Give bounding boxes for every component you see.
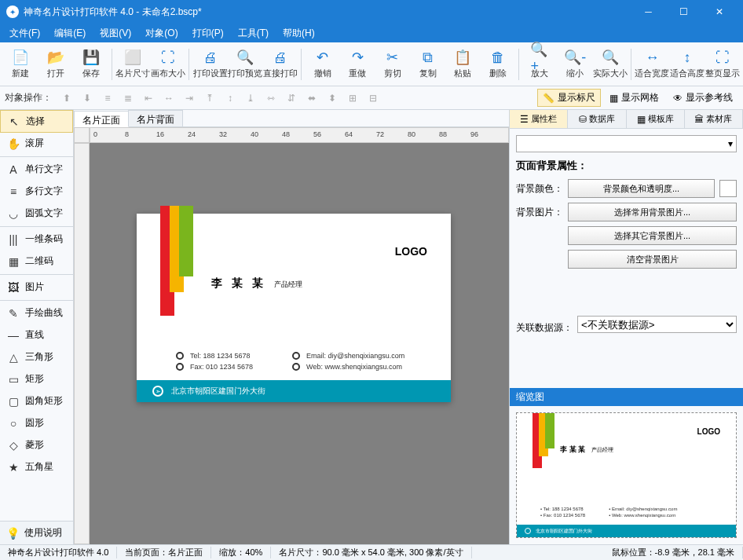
contact-row[interactable]: Email: diy@shenqixiangsu.com — [292, 352, 404, 360]
tool-一维条码[interactable]: |||一维条码 — [0, 229, 73, 251]
menu-item[interactable]: 文件(F) — [3, 25, 46, 42]
minimize-button[interactable]: ─ — [631, 0, 666, 24]
align-mid-icon[interactable]: ↕ — [221, 90, 239, 107]
align-left-icon[interactable]: ⇤ — [140, 90, 157, 107]
layer-icon2[interactable]: ≣ — [119, 90, 137, 107]
same-w-icon[interactable]: ⬌ — [303, 90, 320, 107]
toolbar-重做[interactable]: ↷重做 — [340, 42, 375, 86]
bgimg-clear-button[interactable]: 清空背景图片 — [568, 250, 737, 269]
maximize-button[interactable]: ☐ — [666, 0, 701, 24]
tool-滚屏[interactable]: ✋滚屏 — [0, 133, 73, 155]
toggle-显示网格[interactable]: ▦显示网格 — [604, 89, 664, 107]
tab-名片正面[interactable]: 名片正面 — [74, 111, 129, 127]
tool-五角星[interactable]: ★五角星 — [0, 456, 73, 478]
object-toolbar: 对象操作： ⬆ ⬇ ≡ ≣ ⇤ ↔ ⇥ ⤒ ↕ ⤓ ⇿ ⇵ ⬌ ⬍ ⊞ ⊟ 📏显… — [0, 86, 743, 110]
toolbar-复制[interactable]: ⧉复制 — [410, 42, 445, 86]
ungroup-icon[interactable]: ⊟ — [364, 90, 382, 107]
tool-icon: ▭ — [6, 373, 20, 386]
toolbar-实际大小[interactable]: 🔍实际大小 — [593, 42, 628, 86]
right-panel: ☰属性栏⛁数据库▦模板库🏛素材库 ▾ 页面背景属性： 背景颜色： 背景颜色和透明… — [509, 110, 743, 544]
menu-item[interactable]: 工具(T) — [232, 25, 275, 42]
bgimg-common-button[interactable]: 选择常用背景图片... — [568, 203, 737, 221]
bgcolor-button[interactable]: 背景颜色和透明度... — [568, 179, 715, 198]
toolbar-粘贴[interactable]: 📋粘贴 — [445, 42, 481, 86]
toolbar-删除[interactable]: 🗑删除 — [481, 42, 516, 86]
toolbar-icon: 📄 — [11, 49, 30, 66]
same-h-icon[interactable]: ⬍ — [324, 90, 341, 107]
dist-h-icon[interactable]: ⇿ — [262, 90, 280, 107]
bgimg-other-button[interactable]: 选择其它背景图片... — [568, 226, 737, 245]
tool-手绘曲线[interactable]: ✎手绘曲线 — [0, 302, 73, 324]
card-logo[interactable]: LOGO — [395, 245, 427, 258]
bgcolor-swatch[interactable] — [719, 180, 737, 197]
tool-直线[interactable]: —直线 — [0, 324, 73, 346]
contact-row[interactable]: Fax: 010 1234 5678 — [176, 363, 253, 371]
toolbar-撤销[interactable]: ↶撤销 — [305, 42, 340, 86]
tool-菱形[interactable]: ◇菱形 — [0, 434, 73, 456]
menu-item[interactable]: 视图(V) — [93, 25, 137, 42]
close-button[interactable]: ✕ — [701, 0, 737, 24]
align-right-icon[interactable]: ⇥ — [181, 90, 198, 107]
tool-矩形[interactable]: ▭矩形 — [0, 368, 73, 390]
layer-down-icon[interactable]: ⬇ — [79, 90, 96, 107]
panel-tab-数据库[interactable]: ⛁数据库 — [568, 110, 626, 128]
business-card[interactable]: LOGO 李 某 某 产品经理 Tel: 188 1234 5678Email:… — [137, 214, 451, 402]
toggle-显示参考线[interactable]: 👁显示参考线 — [668, 89, 738, 107]
menu-item[interactable]: 对象(O) — [139, 25, 184, 42]
card-name[interactable]: 李 某 某 — [211, 276, 266, 291]
tab-icon: ⛁ — [579, 114, 587, 125]
layer-up-icon[interactable]: ⬆ — [58, 90, 75, 107]
group-icon[interactable]: ⊞ — [344, 90, 361, 107]
thumbnail[interactable]: LOGO 李 某 某 产品经理 • Tel: 188 1234 5678• Em… — [516, 412, 737, 538]
contact-row[interactable]: Web: www.shenqixiangsu.com — [292, 363, 404, 371]
toolbar-放大[interactable]: 🔍+放大 — [522, 42, 558, 86]
toolbar-保存[interactable]: 💾保存 — [73, 42, 108, 86]
help-button[interactable]: 💡 使用说明 — [0, 521, 73, 544]
dist-v-icon[interactable]: ⇵ — [283, 90, 300, 107]
tool-选择[interactable]: ↖选择 — [0, 110, 73, 133]
panel-tab-属性栏[interactable]: ☰属性栏 — [510, 110, 568, 128]
toolbar-剪切[interactable]: ✂剪切 — [375, 42, 411, 86]
tool-圆角矩形[interactable]: ▢圆角矩形 — [0, 390, 73, 412]
toolbar-整页显示[interactable]: ⛶整页显示 — [705, 42, 740, 86]
status-size: 名片尺寸：90.0 毫米 x 54.0 毫米, 300 像素/英寸 — [271, 547, 471, 558]
tool-单行文字[interactable]: A单行文字 — [0, 159, 73, 181]
toolbar-画布大小[interactable]: ⛶画布大小 — [151, 42, 186, 86]
contact-row[interactable]: Tel: 188 1234 5678 — [176, 352, 253, 360]
ruler-corner — [74, 127, 90, 143]
tab-名片背面[interactable]: 名片背面 — [128, 110, 183, 126]
toolbar-适合高度[interactable]: ↕适合高度 — [670, 42, 705, 86]
menu-item[interactable]: 编辑(E) — [48, 25, 92, 42]
tool-三角形[interactable]: △三角形 — [0, 346, 73, 368]
layer-icon[interactable]: ≡ — [99, 90, 116, 107]
menu-item[interactable]: 打印(P) — [186, 25, 230, 42]
object-combo[interactable]: ▾ — [516, 135, 737, 152]
tool-二维码[interactable]: ▦二维码 — [0, 251, 73, 273]
tool-圆弧文字[interactable]: ◡圆弧文字 — [0, 203, 73, 225]
toolbar-直接打印[interactable]: 🖨直接打印 — [263, 42, 298, 86]
canvas[interactable]: LOGO 李 某 某 产品经理 Tel: 188 1234 5678Email:… — [90, 143, 509, 544]
menu-item[interactable]: 帮助(H) — [276, 25, 321, 42]
datasource-select[interactable]: <不关联数据源> — [577, 316, 737, 333]
card-role[interactable]: 产品经理 — [274, 280, 302, 290]
toolbar-名片尺寸[interactable]: ⬜名片尺寸 — [115, 42, 151, 86]
properties-panel: ▾ 页面背景属性： 背景颜色： 背景颜色和透明度... 背景图片： 选择常用背景… — [510, 129, 743, 388]
toolbar-适合宽度[interactable]: ↔适合宽度 — [635, 42, 670, 86]
toolbar-打开[interactable]: 📂打开 — [38, 42, 74, 86]
tool-图片[interactable]: 🖼图片 — [0, 276, 73, 298]
bulb-icon: 💡 — [6, 527, 20, 540]
toolbar-新建[interactable]: 📄新建 — [3, 42, 38, 86]
align-bot-icon[interactable]: ⤓ — [242, 90, 259, 107]
toggle-显示标尺[interactable]: 📏显示标尺 — [537, 89, 601, 107]
toolbar-打印设置[interactable]: 🖨打印设置 — [192, 42, 228, 86]
align-center-icon[interactable]: ↔ — [160, 90, 178, 107]
align-top-icon[interactable]: ⤒ — [201, 90, 218, 107]
panel-tab-素材库[interactable]: 🏛素材库 — [685, 110, 743, 128]
toolbar-打印预览[interactable]: 🔍打印预览 — [228, 42, 263, 86]
panel-tab-模板库[interactable]: ▦模板库 — [627, 110, 685, 128]
tool-多行文字[interactable]: ≡多行文字 — [0, 181, 73, 203]
toolbar-缩小[interactable]: 🔍-缩小 — [558, 42, 593, 86]
bullet-icon — [176, 352, 184, 360]
tool-圆形[interactable]: ○圆形 — [0, 412, 73, 434]
card-footer[interactable]: ➣ 北京市朝阳区建国门外大街 — [137, 380, 451, 402]
